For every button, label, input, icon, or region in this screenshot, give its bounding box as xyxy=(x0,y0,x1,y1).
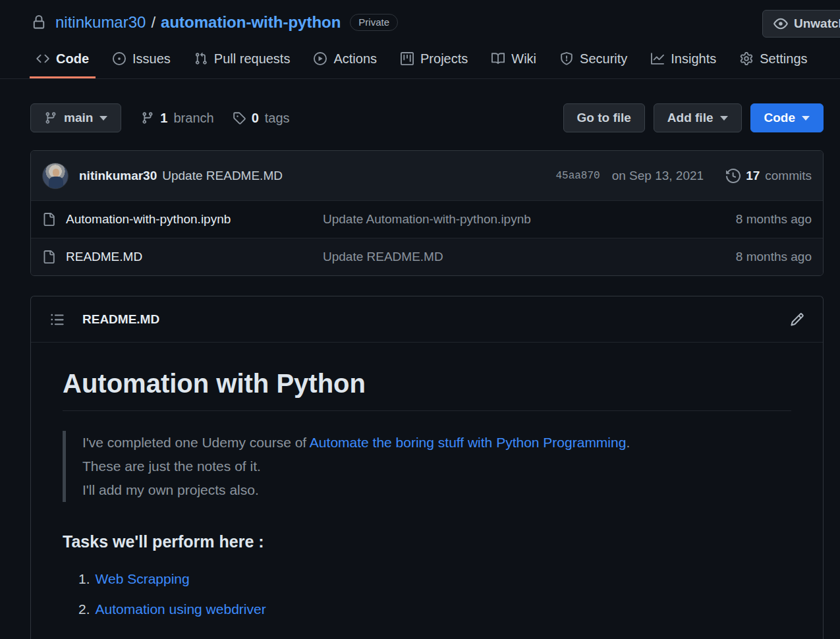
toolbar-actions: Go to file Add file Code xyxy=(563,103,824,132)
file-name-link[interactable]: README.MD xyxy=(66,250,323,264)
tab-projects-label: Projects xyxy=(420,51,468,67)
play-icon xyxy=(314,52,327,65)
project-icon xyxy=(401,52,414,65)
tab-code[interactable]: Code xyxy=(30,41,96,78)
git-branch-icon xyxy=(44,111,57,125)
chevron-down-icon xyxy=(99,116,107,121)
code-button-label: Code xyxy=(764,111,796,125)
file-name-link[interactable]: Automation-with-python.ipynb xyxy=(66,212,323,227)
tab-security[interactable]: Security xyxy=(553,41,634,78)
branches-link[interactable]: 1 branch xyxy=(141,111,213,126)
git-pull-request-icon xyxy=(194,52,208,65)
file-updated-time: 8 months ago xyxy=(736,212,812,227)
task-link-automation-webdriver[interactable]: Automation using webdriver xyxy=(96,601,266,617)
file-browser: nitinkumar30 Update README.MD 45aa870 on… xyxy=(30,150,824,276)
gear-icon xyxy=(740,52,753,65)
list-item: 1. Web Scrapping xyxy=(78,571,791,587)
list-item: 2. Automation using webdriver xyxy=(78,601,791,617)
book-icon xyxy=(491,52,505,65)
shield-icon xyxy=(560,52,573,65)
code-icon xyxy=(36,52,49,65)
quote-line: These are just the notes of it. xyxy=(82,455,791,478)
task-link-web-scrapping[interactable]: Web Scrapping xyxy=(96,571,190,587)
latest-commit-bar: nitinkumar30 Update README.MD 45aa870 on… xyxy=(31,151,823,200)
file-commit-message-link[interactable]: Update Automation-with-python.ipynb xyxy=(323,212,736,227)
repo-nav: Code Issues Pull requests Actions Projec… xyxy=(0,41,840,79)
repo-name-link[interactable]: automation-with-python xyxy=(161,13,341,32)
readme-card: README.MD Automation with Python I've co… xyxy=(30,296,824,639)
graph-icon xyxy=(651,52,664,65)
file-row[interactable]: README.MD Update README.MD 8 months ago xyxy=(31,238,823,275)
readme-header: README.MD xyxy=(31,296,823,343)
file-row[interactable]: Automation-with-python.ipynb Update Auto… xyxy=(31,200,823,238)
readme-content: Automation with Python I've completed on… xyxy=(31,343,823,639)
tab-wiki-label: Wiki xyxy=(511,51,536,67)
add-file-button[interactable]: Add file xyxy=(654,103,742,132)
commit-message-link[interactable]: Update README.MD xyxy=(162,169,283,183)
chevron-down-icon xyxy=(802,116,810,121)
commit-date: on Sep 13, 2021 xyxy=(612,169,704,183)
tag-icon xyxy=(233,111,246,125)
tab-projects[interactable]: Projects xyxy=(394,41,474,78)
repo-header: nitinkumar30 / automation-with-python Pr… xyxy=(0,0,840,41)
quote-line: I've completed one Udemy course of Autom… xyxy=(82,431,791,455)
tab-wiki[interactable]: Wiki xyxy=(485,41,543,78)
history-icon xyxy=(726,169,741,183)
commit-sha-link[interactable]: 45aa870 xyxy=(555,170,600,182)
repo-counts: 1 branch 0 tags xyxy=(141,111,289,126)
quote-text: I've completed one Udemy course of xyxy=(82,435,310,450)
breadcrumb: nitinkumar30 / automation-with-python xyxy=(55,13,341,32)
tab-actions[interactable]: Actions xyxy=(307,41,383,78)
repo-owner-link[interactable]: nitinkumar30 xyxy=(55,13,146,32)
tab-insights-label: Insights xyxy=(671,51,716,67)
unwatch-label: Unwatch xyxy=(794,16,840,31)
tasks-list: 1. Web Scrapping 2. Automation using web… xyxy=(63,571,791,617)
issue-opened-icon xyxy=(113,52,126,65)
branch-selector-button[interactable]: main xyxy=(30,103,121,132)
tab-security-label: Security xyxy=(580,51,627,67)
udemy-course-link[interactable]: Automate the boring stuff with Python Pr… xyxy=(310,435,627,450)
list-unordered-icon[interactable] xyxy=(50,312,65,327)
file-updated-time: 8 months ago xyxy=(736,250,812,264)
git-branch-icon xyxy=(141,111,154,125)
current-branch-label: main xyxy=(64,111,93,125)
commit-history-link[interactable]: 17 commits xyxy=(726,169,812,183)
tab-settings-label: Settings xyxy=(760,51,807,67)
tab-pull-requests-label: Pull requests xyxy=(214,51,291,67)
commit-author-link[interactable]: nitinkumar30 xyxy=(79,169,157,183)
add-file-label: Add file xyxy=(667,111,714,125)
branch-count-label: branch xyxy=(173,111,213,126)
readme-blockquote: I've completed one Udemy course of Autom… xyxy=(63,431,791,502)
readme-filename: README.MD xyxy=(82,312,159,327)
tab-issues-label: Issues xyxy=(132,51,171,67)
tab-issues[interactable]: Issues xyxy=(106,41,177,78)
file-icon xyxy=(42,213,55,226)
tasks-heading: Tasks we'll perform here : xyxy=(63,532,791,551)
unwatch-button[interactable]: Unwatch xyxy=(762,10,840,38)
go-to-file-button[interactable]: Go to file xyxy=(563,103,645,132)
list-number: 2. xyxy=(78,601,90,617)
file-commit-message-link[interactable]: Update README.MD xyxy=(323,250,736,264)
branch-count: 1 xyxy=(160,111,167,126)
tab-insights[interactable]: Insights xyxy=(644,41,723,78)
file-icon xyxy=(42,250,55,264)
tag-count: 0 xyxy=(252,111,259,126)
readme-heading: Automation with Python xyxy=(63,369,791,411)
commits-count: 17 xyxy=(746,169,760,183)
quote-line: I'll add my own projects also. xyxy=(82,478,791,502)
avatar[interactable] xyxy=(42,163,69,189)
tab-pull-requests[interactable]: Pull requests xyxy=(188,41,297,78)
lock-icon xyxy=(32,15,46,30)
code-download-button[interactable]: Code xyxy=(750,103,824,132)
commits-label: commits xyxy=(765,169,812,183)
eye-icon xyxy=(773,16,788,31)
quote-text: . xyxy=(626,435,630,450)
commit-meta: 45aa870 on Sep 13, 2021 17 commits xyxy=(555,169,812,183)
chevron-down-icon xyxy=(720,116,728,121)
tag-count-label: tags xyxy=(265,111,290,126)
pencil-icon[interactable] xyxy=(790,312,804,327)
tags-link[interactable]: 0 tags xyxy=(233,111,290,126)
tab-settings[interactable]: Settings xyxy=(733,41,814,78)
repo-toolbar: main 1 branch 0 tags Go to file Add file xyxy=(30,103,824,132)
list-number: 1. xyxy=(78,571,90,587)
